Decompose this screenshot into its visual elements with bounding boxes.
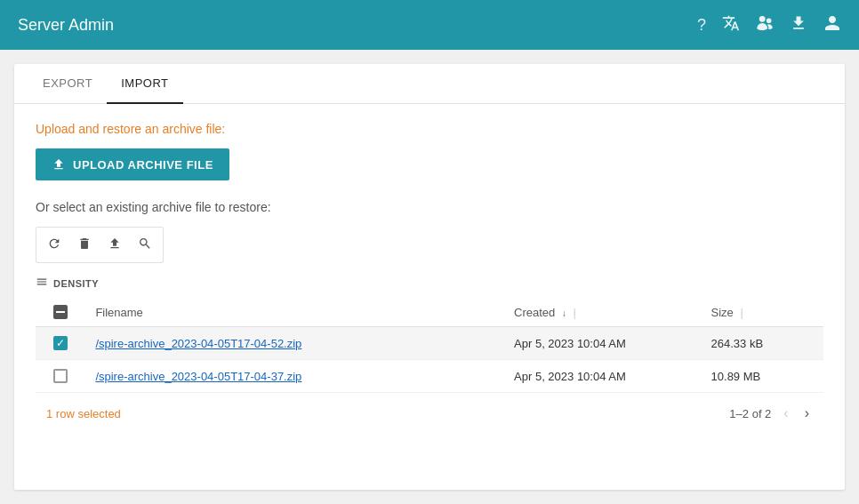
- selected-count-label: 1 row selected: [46, 407, 121, 420]
- row-size: 10.89 MB: [701, 360, 823, 393]
- row-filename[interactable]: /spire-archive_2023-04-05T17-04-37.zip: [84, 360, 503, 393]
- upload-button-label: UPLOAD ARCHIVE FILE: [73, 158, 213, 172]
- upload-archive-button[interactable]: UPLOAD ARCHIVE FILE: [36, 148, 229, 180]
- checkbox-empty: [53, 369, 68, 383]
- th-created[interactable]: Created ↓ |: [503, 298, 701, 327]
- pagination: 1–2 of 2 ‹ ›: [729, 402, 813, 425]
- sort-desc-icon: ↓: [562, 308, 566, 318]
- refresh-button[interactable]: [40, 231, 68, 259]
- density-row: DENSITY: [36, 272, 823, 298]
- table-footer: 1 row selected 1–2 of 2 ‹ ›: [36, 393, 823, 425]
- tab-import[interactable]: IMPORT: [107, 64, 182, 104]
- table-header-row: Filename Created ↓ | Size |: [36, 298, 823, 327]
- row-checkbox-cell[interactable]: [36, 360, 84, 393]
- main-panel: EXPORT IMPORT Upload and restore an arch…: [14, 64, 845, 490]
- table-toolbar: [36, 227, 164, 263]
- th-size[interactable]: Size |: [701, 298, 823, 327]
- select-description: Or select an existing archive file to re…: [36, 200, 823, 214]
- checkbox-indeterminate: [53, 305, 68, 319]
- row-filename[interactable]: /spire-archive_2023-04-05T17-04-52.zip: [84, 327, 503, 360]
- header: Server Admin ?: [0, 0, 859, 50]
- help-icon[interactable]: ?: [697, 16, 706, 35]
- density-icon: [36, 276, 48, 291]
- search-button[interactable]: [131, 231, 159, 259]
- tab-export[interactable]: EXPORT: [28, 64, 107, 104]
- app-title: Server Admin: [18, 16, 114, 35]
- checkbox-checked: [53, 336, 68, 350]
- filename-link[interactable]: /spire-archive_2023-04-05T17-04-52.zip: [95, 337, 301, 350]
- th-filename[interactable]: Filename: [84, 298, 503, 327]
- user-icon[interactable]: [823, 14, 841, 36]
- tabs: EXPORT IMPORT: [14, 64, 845, 104]
- selected-label: row selected: [56, 407, 121, 420]
- dog-icon[interactable]: [756, 14, 774, 36]
- header-icons: ?: [697, 14, 841, 36]
- pagination-text: 1–2 of 2: [729, 407, 771, 420]
- col-divider-2: |: [740, 306, 743, 319]
- table-row: /spire-archive_2023-04-05T17-04-37.zipAp…: [36, 360, 823, 393]
- row-created: Apr 5, 2023 10:04 AM: [503, 327, 701, 360]
- next-page-button[interactable]: ›: [801, 402, 813, 425]
- selected-count: 1: [46, 407, 52, 420]
- row-checkbox-cell[interactable]: [36, 327, 84, 360]
- upload-description: Upload and restore an archive file:: [36, 122, 823, 136]
- archive-table: Filename Created ↓ | Size | /spire-archi…: [36, 298, 823, 393]
- upload-icon: [52, 157, 66, 172]
- filename-link[interactable]: /spire-archive_2023-04-05T17-04-37.zip: [95, 370, 301, 383]
- col-divider: |: [574, 306, 576, 319]
- table-row: /spire-archive_2023-04-05T17-04-52.zipAp…: [36, 327, 823, 360]
- row-size: 264.33 kB: [701, 327, 823, 360]
- density-label: DENSITY: [53, 278, 99, 289]
- select-all-header[interactable]: [36, 298, 84, 327]
- import-content: Upload and restore an archive file: UPLO…: [14, 104, 845, 443]
- translate-icon[interactable]: [722, 14, 740, 36]
- row-created: Apr 5, 2023 10:04 AM: [503, 360, 701, 393]
- prev-page-button[interactable]: ‹: [780, 402, 791, 425]
- download-icon[interactable]: [790, 14, 807, 36]
- restore-button[interactable]: [100, 231, 129, 259]
- delete-button[interactable]: [70, 231, 99, 259]
